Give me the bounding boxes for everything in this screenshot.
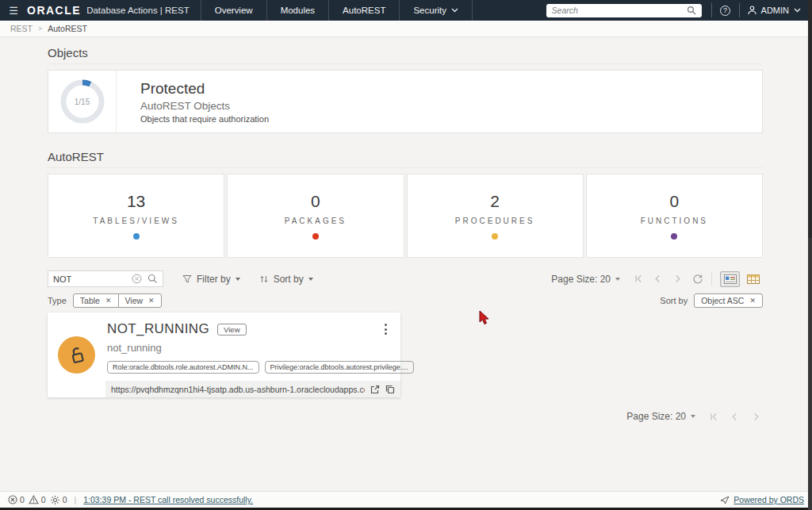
filter-by-dropdown[interactable]: Filter by xyxy=(182,274,240,285)
remove-chip-icon[interactable]: ✕ xyxy=(148,297,155,305)
type-chips: Table ✕ View ✕ xyxy=(73,293,162,308)
vertical-scrollbar[interactable] xyxy=(808,0,812,510)
next-page-icon[interactable] xyxy=(751,412,761,422)
object-auth-chips: Role:oracle.dbtools.role.autorest.ADMIN.… xyxy=(107,361,394,374)
stat-value: 0 xyxy=(670,192,680,211)
main-nav: Overview Modules AutoREST Security xyxy=(201,0,473,21)
user-menu[interactable]: ADMIN xyxy=(740,0,812,21)
objects-toolbar: NOT Filter by Sort by Page Size: 20 xyxy=(48,270,763,287)
object-title: NOT_RUNNING xyxy=(107,321,209,337)
caret-down-icon xyxy=(236,278,240,281)
powered-by: Powered by ORDS xyxy=(720,495,804,504)
role-chip[interactable]: Role:oracle.dbtools.role.autorest.ADMIN.… xyxy=(107,361,259,374)
stat-tables-views[interactable]: 13 TABLES/VIEWS xyxy=(48,174,224,258)
scrollbar-thumb[interactable] xyxy=(808,0,812,238)
warning-icon xyxy=(29,495,39,504)
unlocked-padlock-icon xyxy=(66,344,87,366)
oracle-logo: ORACLE xyxy=(27,4,81,17)
protected-objects-card[interactable]: 1/15 Protected AutoREST Objects Objects … xyxy=(48,70,763,133)
protected-title: Protected xyxy=(140,80,269,98)
tab-modules[interactable]: Modules xyxy=(266,0,328,21)
chevron-down-icon xyxy=(451,8,458,13)
hamburger-menu-icon[interactable]: ☰ xyxy=(0,0,27,21)
sort-label: Sort by xyxy=(660,296,688,305)
filter-by-label: Filter by xyxy=(197,274,231,285)
object-subtitle: not_running xyxy=(107,342,394,354)
stat-dot xyxy=(312,233,319,240)
stat-label: TABLES/VIEWS xyxy=(93,217,179,225)
privilege-chip[interactable]: Privilege:oracle.dbtools.autorest.privil… xyxy=(265,361,414,374)
bottom-pagination-row: Page Size: 20 xyxy=(48,411,763,422)
search-icon[interactable] xyxy=(147,274,158,284)
chevron-down-icon xyxy=(794,8,801,13)
tab-autorest[interactable]: AutoREST xyxy=(328,0,399,21)
object-search-value: NOT xyxy=(53,274,126,284)
tab-security[interactable]: Security xyxy=(399,0,473,21)
stat-functions[interactable]: 0 FUNCTIONS xyxy=(586,174,763,258)
top-header: ☰ ORACLE Database Actions | REST Overvie… xyxy=(0,0,812,21)
card-view-icon xyxy=(724,274,737,284)
card-view-button[interactable] xyxy=(720,271,740,287)
user-name: ADMIN xyxy=(761,6,789,15)
table-view-button[interactable] xyxy=(743,271,763,287)
header-search-input[interactable]: Search xyxy=(546,4,702,17)
open-in-new-tab-icon[interactable] xyxy=(370,385,380,394)
stat-packages[interactable]: 0 PACKAGES xyxy=(227,174,404,258)
warning-counter[interactable]: 0 xyxy=(29,495,46,504)
next-page-icon[interactable] xyxy=(672,274,683,284)
sort-by-dropdown[interactable]: Sort by xyxy=(259,274,313,285)
object-card-body: NOT_RUNNING View not_running Role:oracle… xyxy=(105,313,400,397)
kebab-menu-icon[interactable] xyxy=(382,321,389,337)
clear-search-icon[interactable] xyxy=(132,274,142,284)
remove-chip-icon[interactable]: ✕ xyxy=(749,297,756,305)
top-pagination xyxy=(633,274,703,285)
refresh-icon[interactable] xyxy=(692,274,703,285)
main-content: Objects 1/15 Protected AutoREST Objects … xyxy=(0,37,812,491)
object-card-not-running[interactable]: NOT_RUNNING View not_running Role:oracle… xyxy=(48,313,400,397)
sort-by-label: Sort by xyxy=(274,274,304,285)
caret-down-icon xyxy=(691,415,695,418)
breadcrumb: REST > AutoREST xyxy=(0,21,812,37)
sort-chip-object-asc[interactable]: Object ASC ✕ xyxy=(694,293,763,308)
protected-info: Protected AutoREST Objects Objects that … xyxy=(117,71,269,132)
help-button[interactable]: ? xyxy=(712,0,739,21)
sort-icon xyxy=(259,274,269,284)
objects-heading: Objects xyxy=(48,46,763,64)
status-bar: 0 0 0 | 1:03:39 PM - REST call resolved … xyxy=(0,491,812,508)
bottom-pagination xyxy=(708,412,761,422)
prev-page-icon[interactable] xyxy=(730,412,740,422)
object-search-input[interactable]: NOT xyxy=(48,270,163,287)
stat-procedures[interactable]: 2 PROCEDURES xyxy=(407,174,584,258)
avatar xyxy=(58,336,95,374)
error-counter[interactable]: 0 xyxy=(8,495,25,504)
stat-value: 2 xyxy=(490,192,500,211)
filter-chips-row: Type Table ✕ View ✕ Sort by Object ASC ✕ xyxy=(48,293,763,308)
object-card-avatar-cell xyxy=(48,313,105,397)
app-window: ☰ ORACLE Database Actions | REST Overvie… xyxy=(0,0,812,510)
protected-subtitle: AutoREST Objects xyxy=(140,100,269,112)
object-url: https://pvqhdhmzqnn1hi4-tjsatp.adb.us-as… xyxy=(111,385,365,394)
protected-description: Objects that require authorization xyxy=(140,114,269,124)
breadcrumb-rest[interactable]: REST xyxy=(10,24,33,33)
search-icon xyxy=(687,6,696,15)
stat-label: PACKAGES xyxy=(285,217,347,225)
first-page-icon[interactable] xyxy=(633,274,643,284)
bottom-page-size-dropdown[interactable]: Page Size: 20 xyxy=(626,411,695,422)
status-message-link[interactable]: 1:03:39 PM - REST call resolved successf… xyxy=(83,495,253,504)
bottom-page-size-label: Page Size: 20 xyxy=(626,411,686,422)
gear-icon xyxy=(50,495,60,505)
remove-chip-icon[interactable]: ✕ xyxy=(105,297,112,305)
powered-by-link[interactable]: Powered by ORDS xyxy=(733,495,804,504)
ords-rocket-icon xyxy=(720,495,730,504)
sort-chip-group: Sort by Object ASC ✕ xyxy=(660,293,763,308)
protected-donut-cell: 1/15 xyxy=(48,71,117,132)
page-size-dropdown[interactable]: Page Size: 20 xyxy=(551,274,620,285)
type-chip-table[interactable]: Table ✕ xyxy=(73,293,119,308)
tab-overview[interactable]: Overview xyxy=(201,0,266,21)
copy-url-icon[interactable] xyxy=(385,385,395,394)
prev-page-icon[interactable] xyxy=(653,274,663,284)
process-counter[interactable]: 0 xyxy=(50,495,67,505)
type-chip-view[interactable]: View ✕ xyxy=(118,293,162,308)
first-page-icon[interactable] xyxy=(708,412,718,422)
protected-donut-chart: 1/15 xyxy=(59,79,105,125)
